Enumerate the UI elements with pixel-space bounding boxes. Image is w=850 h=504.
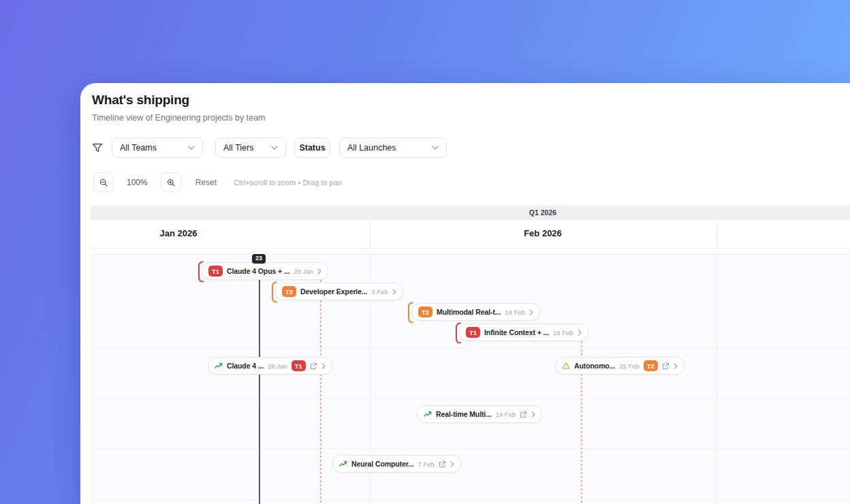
month-label-feb: Feb 2026 xyxy=(524,228,562,238)
reset-zoom-button[interactable]: Reset xyxy=(195,178,217,187)
row-divider xyxy=(91,499,850,500)
project-name: Claude 4 Opus + ... xyxy=(227,267,289,275)
launch-pill[interactable]: Neural Computer... 7 Feb xyxy=(332,455,461,473)
external-link-icon[interactable] xyxy=(520,411,527,418)
project-date: 28 Jan xyxy=(294,268,313,275)
launch-pill[interactable]: Autonomo... 25 Feb T2 xyxy=(555,357,684,375)
tier-badge: T2 xyxy=(644,360,658,371)
timeline-canvas[interactable]: Q1 2026 Jan 2026 Feb 2026 23 xyxy=(91,206,850,504)
project-bar[interactable]: T2 Developer Experie... 3 Feb xyxy=(275,283,403,300)
status-filter-button[interactable]: Status xyxy=(294,138,330,158)
month-label-jan: Jan 2026 xyxy=(160,228,198,238)
tier-badge: T1 xyxy=(466,327,480,338)
launch-name: Real-time Multi... xyxy=(436,410,492,418)
deadline-dashed-line xyxy=(320,280,321,504)
chevron-down-icon xyxy=(432,146,439,150)
row-divider xyxy=(91,348,850,349)
zoom-out-icon xyxy=(99,178,108,187)
project-bar[interactable]: T2 Multimodal Real-t... 14 Feb xyxy=(411,303,540,321)
zoom-toolbar: 100% Reset Ctrl+scroll to zoom • Drag to… xyxy=(93,172,342,192)
status-filter-label: Status xyxy=(299,143,325,153)
tier-badge: T1 xyxy=(208,266,223,277)
launch-pill[interactable]: Real-time Multi... 14 Feb xyxy=(417,405,542,423)
trending-up-icon xyxy=(424,410,432,418)
launch-name: Claude 4 ... xyxy=(227,362,264,370)
month-header: Jan 2026 Feb 2026 xyxy=(91,220,850,249)
tier-badge: T1 xyxy=(292,360,306,371)
launch-date: 7 Feb xyxy=(418,460,435,468)
launch-date: 14 Feb xyxy=(496,411,516,418)
chevron-down-icon xyxy=(188,146,195,150)
whats-shipping-panel: What's shipping Timeline view of Enginee… xyxy=(80,83,850,504)
warning-icon xyxy=(562,362,570,370)
page-title: What's shipping xyxy=(92,93,189,108)
zoom-hint-text: Ctrl+scroll to zoom • Drag to pan xyxy=(234,178,342,187)
today-marker: 23 xyxy=(252,254,266,264)
start-bracket-icon xyxy=(198,261,204,283)
chevron-down-icon xyxy=(271,146,278,150)
teams-filter-value: All Teams xyxy=(120,143,157,153)
external-link-icon[interactable] xyxy=(662,362,670,370)
quarter-label: Q1 2026 xyxy=(529,208,556,217)
tier-badge: T2 xyxy=(418,306,432,317)
zoom-in-icon xyxy=(167,178,175,187)
chevron-right-icon xyxy=(531,411,535,418)
chevron-right-icon xyxy=(321,363,326,369)
month-divider xyxy=(717,220,718,249)
tiers-filter-select[interactable]: All Tiers xyxy=(215,138,286,158)
external-link-icon[interactable] xyxy=(439,460,446,468)
teams-filter-select[interactable]: All Teams xyxy=(112,138,203,158)
quarter-band: Q1 2026 xyxy=(91,206,850,220)
project-name: Infinite Context + ... xyxy=(484,328,549,336)
grid-line-vertical xyxy=(717,255,718,504)
start-bracket-icon xyxy=(271,281,277,303)
chevron-right-icon xyxy=(674,363,678,369)
launch-date: 28 Jan xyxy=(268,362,287,370)
launch-date: 25 Feb xyxy=(619,362,640,370)
trending-up-icon xyxy=(215,362,223,370)
chevron-right-icon xyxy=(578,330,582,336)
timeline-grid xyxy=(91,254,850,504)
zoom-in-button[interactable] xyxy=(161,172,181,192)
today-line xyxy=(259,255,260,504)
launches-filter-select[interactable]: All Launches xyxy=(339,138,447,158)
start-bracket-icon xyxy=(455,322,461,344)
tier-badge: T2 xyxy=(282,286,296,297)
project-date: 3 Feb xyxy=(371,288,388,296)
chevron-right-icon xyxy=(450,461,454,467)
page-subtitle: Timeline view of Engineering projects by… xyxy=(92,113,266,123)
trending-up-icon xyxy=(339,460,347,468)
project-date: 18 Feb xyxy=(553,329,573,336)
launch-name: Neural Computer... xyxy=(351,460,414,468)
start-bracket-icon xyxy=(407,302,413,324)
project-name: Multimodal Real-t... xyxy=(437,308,501,316)
filter-bar: All Teams All Tiers Status All Launches xyxy=(92,138,447,158)
row-divider xyxy=(91,398,850,399)
zoom-out-button[interactable] xyxy=(93,172,114,192)
zoom-level-value: 100% xyxy=(127,178,148,187)
chevron-right-icon xyxy=(392,289,396,295)
project-bar[interactable]: T1 Infinite Context + ... 18 Feb xyxy=(459,324,588,341)
project-bar[interactable]: T1 Claude 4 Opus + ... 28 Jan xyxy=(202,262,328,280)
month-divider xyxy=(370,220,371,249)
row-divider xyxy=(91,449,850,450)
external-link-icon[interactable] xyxy=(310,362,317,370)
chevron-right-icon xyxy=(529,309,533,315)
chevron-right-icon xyxy=(317,268,321,274)
tiers-filter-value: All Tiers xyxy=(223,143,253,153)
launch-name: Autonomo... xyxy=(574,362,615,370)
project-name: Developer Experie... xyxy=(300,287,367,296)
launches-filter-value: All Launches xyxy=(347,143,396,153)
filter-icon xyxy=(92,142,103,153)
launch-pill[interactable]: Claude 4 ... 28 Jan T1 xyxy=(208,357,332,375)
project-date: 14 Feb xyxy=(505,309,525,316)
